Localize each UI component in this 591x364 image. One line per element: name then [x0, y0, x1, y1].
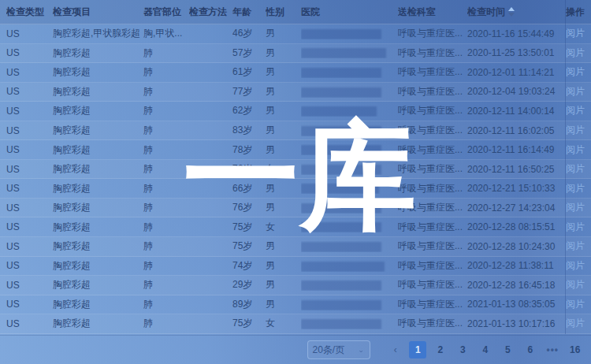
- page-button-3[interactable]: 3: [454, 341, 471, 358]
- cell-exam-item: 胸腔彩超: [53, 298, 143, 311]
- table-row[interactable]: US 胸腔彩超 肺 61岁 男 呼吸与重症医... 2020-12-01 11:…: [0, 63, 591, 83]
- view-film-link[interactable]: 阅片: [566, 104, 591, 117]
- cell-exam-type: US: [6, 144, 53, 155]
- column-header-organ[interactable]: 器官部位: [143, 6, 189, 19]
- cell-exam-item: 胸腔彩超: [53, 104, 143, 117]
- cell-exam-type: US: [6, 299, 53, 310]
- column-header-exam-time[interactable]: 检查时间: [467, 6, 566, 19]
- page-button-6[interactable]: 6: [522, 341, 539, 358]
- exam-records-table-page: 检查类型 检查项目 器官部位 检查方法 年龄 性别 医院 送检科室 检查时间 操…: [0, 0, 591, 364]
- cell-organ: 肺: [143, 65, 189, 79]
- table-row[interactable]: US 胸腔彩超 肺 77岁 男 呼吸与重症医... 2020-12-04 19:…: [0, 83, 591, 102]
- table-row[interactable]: US 胸腔彩超 肺 75岁 女 呼吸与重症医... 2021-01-13 10:…: [0, 314, 591, 334]
- table-row[interactable]: US 胸腔彩超 肺 29岁 男 呼吸与重症医... 2020-12-28 16:…: [0, 276, 591, 295]
- cell-hospital: [301, 299, 398, 310]
- cell-department: 呼吸与重症医...: [398, 278, 467, 292]
- view-film-link[interactable]: 阅片: [566, 65, 591, 79]
- table-row[interactable]: US 胸腔彩超 肺 76岁 男 呼吸与重症医... 2020-12-27 14:…: [0, 199, 591, 218]
- cell-department: 呼吸与重症医...: [398, 27, 467, 40]
- fixed-column-divider: [565, 0, 566, 334]
- column-header-exam-type[interactable]: 检查类型: [6, 6, 53, 19]
- view-film-link[interactable]: 阅片: [566, 221, 591, 234]
- sort-descending-icon[interactable]: [508, 13, 515, 17]
- hospital-redaction-block: [301, 48, 386, 58]
- cell-gender: 男: [266, 201, 301, 214]
- cell-exam-item: 胸腔彩超: [53, 240, 143, 253]
- hospital-redaction-block: [301, 300, 381, 310]
- view-film-link[interactable]: 阅片: [566, 240, 591, 253]
- page-button-5[interactable]: 5: [499, 341, 516, 358]
- view-film-link[interactable]: 阅片: [566, 201, 591, 214]
- cell-department: 呼吸与重症医...: [398, 143, 467, 157]
- table-row[interactable]: US 胸腔彩超 肺 66岁 男 呼吸与重症医... 2020-12-21 15:…: [0, 179, 591, 199]
- cell-exam-type: US: [6, 318, 53, 329]
- pager: ‹ 123456•••16: [385, 341, 587, 358]
- cell-exam-item: 胸腔彩超: [53, 124, 143, 137]
- view-film-link[interactable]: 阅片: [566, 182, 591, 195]
- table-row[interactable]: US 胸腔彩超 肺 89岁 男 呼吸与重症医... 2021-01-13 08:…: [0, 295, 591, 315]
- cell-age: 75岁: [232, 240, 266, 253]
- table-row[interactable]: US 胸腔彩超 肺 74岁 男 呼吸与重症医... 2020-12-28 11:…: [0, 257, 591, 277]
- cell-organ: 肺: [143, 182, 189, 195]
- view-film-link[interactable]: 阅片: [566, 143, 591, 157]
- column-header-department[interactable]: 送检科室: [398, 6, 467, 19]
- cell-age: 89岁: [232, 298, 266, 311]
- page-size-select[interactable]: 20条/页 ⌄: [307, 340, 370, 359]
- prev-page-button[interactable]: ‹: [387, 341, 404, 358]
- cell-age: 66岁: [232, 182, 266, 195]
- table-row[interactable]: US 胸腔彩超 肺 57岁 男 呼吸与重症医... 2020-11-25 13:…: [0, 44, 591, 64]
- view-film-link[interactable]: 阅片: [566, 85, 591, 98]
- cell-exam-item: 胸腔彩超: [53, 317, 143, 330]
- table-row[interactable]: US 胸腔彩超,甲状腺彩超 胸,甲状... 46岁 男 呼吸与重症医... 20…: [0, 24, 591, 44]
- cell-department: 呼吸与重症医...: [398, 201, 467, 214]
- pagination-bar: 20条/页 ⌄ ‹ 123456•••16: [0, 335, 591, 364]
- column-header-gender[interactable]: 性别: [266, 6, 301, 19]
- view-film-link[interactable]: 阅片: [566, 259, 591, 273]
- page-button-2[interactable]: 2: [432, 341, 449, 358]
- hospital-redaction-block: [301, 184, 379, 194]
- cell-gender: 男: [266, 27, 301, 40]
- view-film-link[interactable]: 阅片: [566, 162, 591, 176]
- more-pages-button[interactable]: •••: [544, 341, 561, 358]
- view-film-link[interactable]: 阅片: [566, 278, 591, 292]
- view-film-link[interactable]: 阅片: [566, 124, 591, 137]
- view-film-link[interactable]: 阅片: [566, 27, 591, 40]
- cell-exam-time: 2020-12-11 16:50:25: [467, 164, 566, 175]
- cell-organ: 肺: [143, 221, 189, 234]
- cell-age: 57岁: [232, 46, 266, 60]
- cell-exam-time: 2021-01-13 10:17:16: [467, 318, 566, 329]
- sort-caret-icon[interactable]: [508, 7, 515, 17]
- cell-age: 83岁: [232, 124, 266, 137]
- table-body: US 胸腔彩超,甲状腺彩超 胸,甲状... 46岁 男 呼吸与重症医... 20…: [0, 24, 591, 334]
- cell-exam-type: US: [6, 28, 53, 39]
- cell-exam-type: US: [6, 67, 53, 78]
- cell-exam-item: 胸腔彩超: [53, 143, 143, 157]
- sort-ascending-icon[interactable]: [508, 7, 515, 11]
- view-film-link[interactable]: 阅片: [566, 46, 591, 60]
- hospital-redaction-block: [301, 203, 381, 214]
- cell-exam-time: 2020-12-28 16:45:18: [467, 280, 566, 291]
- cell-age: 75岁: [232, 317, 266, 330]
- table-row[interactable]: US 胸腔彩超 肺 62岁 男 呼吸与重症医... 2020-12-11 14:…: [0, 102, 591, 121]
- table-row[interactable]: US 胸腔彩超 肺 76岁 女 呼吸与重症医... 2020-12-11 16:…: [0, 160, 591, 180]
- cell-exam-time: 2020-12-27 14:23:04: [467, 202, 566, 214]
- page-button-16[interactable]: 16: [567, 341, 584, 358]
- cell-exam-type: US: [6, 183, 53, 194]
- page-button-1[interactable]: 1: [409, 341, 426, 358]
- column-header-exam-item[interactable]: 检查项目: [53, 6, 143, 19]
- view-film-link[interactable]: 阅片: [566, 317, 591, 330]
- cell-exam-type: US: [6, 125, 53, 136]
- cell-exam-time: 2020-12-04 19:03:24: [467, 86, 566, 97]
- cell-hospital: [301, 202, 398, 214]
- cell-exam-type: US: [6, 164, 53, 175]
- page-button-4[interactable]: 4: [477, 341, 494, 358]
- column-header-age[interactable]: 年龄: [232, 6, 266, 19]
- table-row[interactable]: US 胸腔彩超 肺 75岁 女 呼吸与重症医... 2020-12-28 08:…: [0, 217, 591, 237]
- cell-exam-item: 胸腔彩超: [53, 162, 143, 176]
- table-row[interactable]: US 胸腔彩超 肺 75岁 男 呼吸与重症医... 2020-12-28 10:…: [0, 237, 591, 257]
- column-header-method[interactable]: 检查方法: [189, 6, 232, 19]
- view-film-link[interactable]: 阅片: [566, 298, 591, 311]
- table-row[interactable]: US 胸腔彩超 肺 78岁 男 呼吸与重症医... 2020-12-11 16:…: [0, 140, 591, 160]
- column-header-hospital[interactable]: 医院: [301, 6, 398, 19]
- table-row[interactable]: US 胸腔彩超 肺 83岁 男 呼吸与重症医... 2020-12-11 16:…: [0, 121, 591, 141]
